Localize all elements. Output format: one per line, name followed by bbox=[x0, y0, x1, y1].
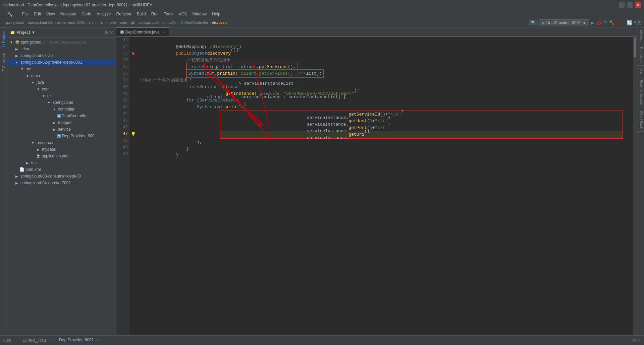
tree-com[interactable]: ▼ com bbox=[7, 86, 116, 92]
tree-deptprovider[interactable]: m DeptProvider_800... bbox=[7, 133, 116, 139]
tree-main[interactable]: ▼ main bbox=[7, 72, 116, 79]
run-config-selector[interactable]: ▶ DeptProvider_8001 ▼ bbox=[539, 19, 589, 26]
ant-tab[interactable]: Ant bbox=[637, 66, 644, 77]
tree-item-label: springcloud bbox=[53, 100, 73, 105]
project-panel-dropdown-icon[interactable]: ▼ bbox=[32, 30, 36, 35]
run-tab-eureka-close[interactable]: ✕ bbox=[49, 339, 52, 342]
tree-item-label: resources bbox=[37, 140, 54, 145]
tree-application-yml[interactable]: 🍃 application.yml bbox=[7, 153, 116, 159]
tree-pom-xml[interactable]: 📄 pom.xml bbox=[7, 166, 116, 173]
debug-button[interactable]: 🐞 bbox=[596, 20, 601, 25]
menu-build[interactable]: Build bbox=[134, 12, 149, 16]
vertical-scrollbar[interactable] bbox=[633, 37, 637, 335]
tree-item-label: controller bbox=[58, 107, 74, 112]
bc-class[interactable]: C DeptController bbox=[181, 20, 208, 24]
menu-code[interactable]: Code bbox=[79, 12, 94, 16]
tree-idea[interactable]: ▶ .idea bbox=[7, 46, 116, 52]
tree-springcloud-pkg[interactable]: ▼ springcloud bbox=[7, 99, 116, 106]
update-button[interactable]: 🔄 bbox=[627, 20, 632, 25]
bc-com[interactable]: com bbox=[120, 20, 127, 24]
tree-item-label: src bbox=[26, 67, 31, 71]
menu-view[interactable]: View bbox=[44, 12, 58, 16]
tab-label: DeptController.java bbox=[125, 30, 160, 34]
code-line-37: List<String> list = client.getServices()… bbox=[139, 64, 637, 70]
tree-qk[interactable]: ▼ qk bbox=[7, 92, 116, 99]
menu-tools[interactable]: Tools bbox=[161, 12, 176, 16]
tab-close-icon[interactable]: ✕ bbox=[162, 30, 165, 34]
title-text: springcloud - DeptController.java [sprin… bbox=[3, 3, 152, 7]
menu-file[interactable]: File bbox=[19, 12, 31, 16]
tree-controller-pkg[interactable]: ▼ controller bbox=[7, 106, 116, 113]
tree-deptcontroller[interactable]: C DeptControlle... bbox=[7, 113, 116, 119]
menu-run[interactable]: Run bbox=[149, 12, 161, 16]
run-panel-settings-button[interactable]: ⚙ bbox=[632, 338, 636, 343]
expand-icon: ▼ bbox=[14, 60, 19, 65]
bc-method[interactable]: discovery bbox=[212, 20, 227, 24]
code-line-43: System.out.println( bbox=[139, 104, 637, 111]
tree-item-label: service bbox=[58, 127, 71, 132]
menu-window[interactable]: Window bbox=[190, 12, 209, 16]
tree-springcloud-root[interactable]: ▼ 📦 springcloud D:\IDEA\Code\springcloud bbox=[7, 39, 116, 46]
menu-help[interactable]: Help bbox=[209, 12, 223, 16]
tab-deptcontroller[interactable]: C DeptController.java ✕ bbox=[116, 27, 169, 36]
tabs-bar: C DeptController.java ✕ bbox=[116, 27, 637, 37]
code-content[interactable]: @GetMapping("/discovery") public Object … bbox=[137, 37, 637, 335]
bc-controller[interactable]: controller bbox=[162, 20, 177, 24]
menu-edit[interactable]: Edit bbox=[31, 12, 44, 16]
search-everywhere-button[interactable]: 🔍 bbox=[529, 20, 538, 25]
structure-tab[interactable]: Z-Structure bbox=[1, 50, 6, 74]
tree-src[interactable]: ▼ src bbox=[7, 66, 116, 72]
tree-java[interactable]: ▼ java bbox=[7, 79, 116, 86]
tree-test[interactable]: ▶ test bbox=[7, 159, 116, 166]
database-tab[interactable]: Database bbox=[637, 44, 644, 66]
menu-refactor[interactable]: Refactor bbox=[114, 12, 134, 16]
tree-mybatis[interactable]: ▶ mybatis bbox=[7, 146, 116, 153]
bc-springcloud2[interactable]: springcloud bbox=[139, 20, 158, 24]
editor-area: C DeptController.java ✕ 33 34 35 36 37 3… bbox=[116, 27, 637, 335]
tree-item-label: application.yml bbox=[42, 154, 68, 158]
run-button[interactable]: ▶ bbox=[591, 20, 594, 25]
tree-service[interactable]: ▶ service bbox=[7, 126, 116, 133]
maven-tab[interactable]: Maven bbox=[637, 27, 644, 44]
project-tab[interactable]: 1: Project bbox=[1, 27, 6, 50]
minimize-button[interactable]: ─ bbox=[619, 2, 625, 8]
bc-src[interactable]: src bbox=[89, 20, 94, 24]
tree-consumer-80[interactable]: ▶ springcloud-03-consumer-dept-80 bbox=[7, 173, 116, 180]
bc-springcloud[interactable]: springcloud bbox=[5, 20, 24, 24]
bc-qk[interactable]: qk bbox=[131, 20, 135, 24]
run-tab-provider[interactable]: DeptProvider_8001 ✕ bbox=[56, 336, 102, 344]
menu-analyze[interactable]: Analyze bbox=[94, 12, 114, 16]
run-with-coverage-button[interactable]: 🛡 bbox=[603, 20, 607, 25]
code-line-38: System.out.println("client.getServices()… bbox=[139, 70, 637, 77]
build-project-button[interactable]: 🔨 bbox=[609, 20, 614, 25]
bulb-icon[interactable]: 💡 bbox=[131, 132, 136, 137]
translate-button[interactable]: A文 bbox=[634, 20, 641, 26]
bc-module[interactable]: springcloud-02-provider-dept-8001 bbox=[28, 20, 85, 24]
tree-provider-8001[interactable]: ▼ springcloud-02-provider-dept-8001 bbox=[7, 59, 116, 66]
run-panel-close-button[interactable]: ✕ bbox=[638, 338, 641, 343]
project-panel-settings-button[interactable]: ⚙ bbox=[104, 30, 108, 35]
title-bar: springcloud - DeptController.java [sprin… bbox=[0, 0, 644, 10]
run-tab-eureka[interactable]: Eureka_7001 ✕ bbox=[19, 337, 55, 344]
run-tab-eureka-label: Eureka_7001 bbox=[22, 338, 46, 343]
bc-main[interactable]: main bbox=[98, 20, 106, 24]
close-button[interactable]: ✕ bbox=[635, 2, 641, 8]
project-panel-close-button[interactable]: ✕ bbox=[110, 30, 113, 35]
tree-mapper[interactable]: ▶ mapper bbox=[7, 119, 116, 126]
tree-resources[interactable]: ▼ resources bbox=[7, 139, 116, 146]
bc-java[interactable]: java bbox=[109, 20, 116, 24]
bean-validation-tab[interactable]: Bean Validation bbox=[637, 77, 644, 108]
menu-vcs[interactable]: VCS bbox=[176, 12, 190, 16]
tab-java-icon: C bbox=[120, 30, 124, 34]
menu-navigate[interactable]: Navigate bbox=[58, 12, 79, 16]
run-tab-provider-close[interactable]: ✕ bbox=[96, 338, 99, 342]
tree-eureka-7001[interactable]: ▶ springcloud-04-eureka-7001 bbox=[7, 180, 116, 186]
expand-icon: ▶ bbox=[14, 46, 19, 52]
bookmark-icon: 🔖 bbox=[131, 52, 135, 56]
tree-item-label: springcloud-04-eureka-7001 bbox=[20, 181, 71, 185]
word-back-tab[interactable]: Word Back bbox=[637, 108, 644, 132]
stop-button[interactable]: ■ bbox=[616, 20, 619, 25]
code-editor[interactable]: 33 34 35 36 37 38 39 40 41 42 43 44 45 4… bbox=[116, 37, 637, 335]
maximize-button[interactable]: □ bbox=[627, 2, 633, 8]
tree-api[interactable]: ▶ springcloud-01-api bbox=[7, 52, 116, 59]
